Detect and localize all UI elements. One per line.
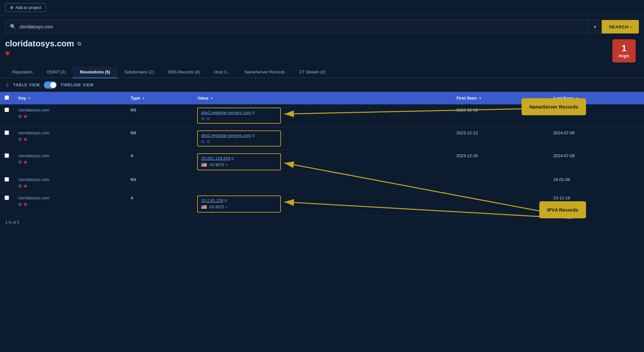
row-checkbox-cell (0, 192, 14, 216)
settings-icon[interactable]: ✱ (5, 50, 81, 57)
key-cell: cloridatosys.com⧉✱ (14, 104, 126, 127)
search-bar-row: 🔍 ▼ SEARCH › (0, 15, 644, 37)
value-cell (193, 174, 452, 192)
row-checkbox[interactable] (5, 153, 9, 158)
tab-nameserver-records[interactable]: NameServer Records (237, 66, 292, 78)
value-link[interactable]: dns1.registrar-servers.com (201, 133, 251, 138)
type-cell: A (126, 192, 193, 216)
value-sub-icon[interactable]: ⊙ (207, 139, 210, 144)
filter-icon-first-seen[interactable]: ▼ (478, 96, 482, 100)
tab-ct-stream--0-[interactable]: CT Stream (0) (292, 66, 332, 78)
col-header-type[interactable]: Type▼ (126, 92, 193, 104)
download-icon[interactable]: ⇩ (5, 82, 9, 88)
key-cell: cloridatosys.com⧉✱ (14, 192, 126, 216)
tab-host-c---[interactable]: Host C... (207, 66, 238, 78)
as-icon[interactable]: ▪ (226, 205, 227, 209)
domain-header: cloridatosys.com ⧉ ✱ 1 High (0, 37, 644, 63)
value-cell: dns2.registrar-servers.com ⧉⊙⊙ (193, 104, 452, 127)
bookmark-icon[interactable]: ⧉ (18, 183, 22, 189)
plus-icon: ⊕ (10, 5, 14, 10)
nameserver-annotation-box: NameServer Records (522, 98, 586, 115)
type-cell: A (126, 150, 193, 174)
table-view-label: TABLE VIEW (13, 83, 40, 87)
bookmark-icon[interactable]: ⧉ (18, 202, 22, 207)
settings-icon[interactable]: ✱ (24, 184, 27, 189)
value-link[interactable]: 20.2.81.229 (201, 198, 223, 203)
first-seen-cell (452, 192, 549, 216)
value-sub-icon[interactable]: ⊙ (201, 116, 205, 121)
value-cell: 20.2.81.229 ⧉🇺🇸AS 8075 ▪ (193, 192, 452, 216)
bookmark-icon[interactable]: ⧉ (18, 137, 22, 142)
type-label: NX (130, 177, 136, 182)
settings-icon[interactable]: ✱ (24, 202, 27, 207)
domain-title: cloridatosys.com ⧉ (5, 39, 81, 49)
search-button[interactable]: SEARCH › (602, 20, 639, 33)
as-text: AS 8075 (209, 205, 224, 209)
table-row: cloridatosys.com⧉✱NSdns1.registrar-serve… (0, 127, 644, 150)
value-sub-icon[interactable]: ⊙ (207, 116, 210, 121)
key-cell: cloridatosys.com⧉✱ (14, 127, 126, 150)
type-cell: NS (126, 104, 193, 127)
copy-value-icon[interactable]: ⧉ (223, 198, 227, 203)
tab-reputation[interactable]: Reputation (5, 66, 40, 78)
type-cell: NX (126, 174, 193, 192)
tabs-row: ReputationOSINT (2)Resolutions (5)Subdom… (0, 66, 644, 78)
key-link[interactable]: cloridatosys.com (18, 153, 122, 158)
key-link[interactable]: cloridatosys.com (18, 195, 122, 200)
type-label: A (130, 153, 133, 158)
copy-domain-icon[interactable]: ⧉ (77, 41, 81, 47)
row-checkbox[interactable] (5, 108, 9, 112)
filter-icon-key[interactable]: ▼ (28, 96, 31, 100)
row-checkbox-cell (0, 127, 14, 150)
search-input[interactable] (19, 24, 583, 29)
timeline-view-label: TIMELINE VIEW (61, 83, 94, 87)
as-icon[interactable]: ▪ (226, 163, 227, 167)
first-seen-cell: 2023-12-20 (452, 150, 549, 174)
row-checkbox[interactable] (5, 195, 9, 200)
key-link[interactable]: cloridatosys.com (18, 130, 122, 135)
type-cell: NS (126, 127, 193, 150)
risk-label: High (619, 53, 630, 58)
bookmark-icon[interactable]: ⧉ (18, 159, 22, 165)
row-checkbox-cell (0, 104, 14, 127)
tab-resolutions--5-[interactable]: Resolutions (5) (73, 66, 117, 78)
settings-icon[interactable]: ✱ (24, 137, 27, 142)
filter-icon-type[interactable]: ▼ (142, 96, 145, 100)
first-seen-cell (452, 174, 549, 192)
table-wrapper: Key▼Type▼Value▼First Seen▼Last Seen▼ clo… (0, 92, 644, 216)
row-checkbox[interactable] (5, 177, 9, 182)
select-all-checkbox[interactable] (5, 95, 9, 100)
domain-title-group: cloridatosys.com ⧉ ✱ (5, 39, 81, 57)
tab-subdomains--2-[interactable]: Subdomains (2) (117, 66, 161, 78)
settings-icon[interactable]: ✱ (24, 114, 27, 119)
col-header-value[interactable]: Value▼ (193, 92, 452, 104)
copy-value-icon[interactable]: ⧉ (230, 156, 234, 161)
add-to-project-button[interactable]: ⊕ Add to project (5, 3, 46, 12)
key-link[interactable]: cloridatosys.com (18, 108, 122, 112)
view-toggle-switch[interactable] (44, 81, 57, 89)
pagination-label: 1-5 of 5 (5, 220, 19, 225)
table-row: cloridatosys.com⧉✱NX24-01-06 (0, 174, 644, 192)
toggle-knob (50, 82, 56, 88)
filter-icon-value[interactable]: ▼ (210, 96, 214, 100)
settings-icon[interactable]: ✱ (24, 160, 27, 165)
tab-osint--2-[interactable]: OSINT (2) (40, 66, 73, 78)
col-header-key[interactable]: Key▼ (14, 92, 126, 104)
value-link[interactable]: dns2.registrar-servers.com (201, 110, 251, 115)
copy-value-icon[interactable]: ⧉ (251, 110, 255, 115)
select-all-header[interactable] (0, 92, 14, 104)
copy-value-icon[interactable]: ⧉ (251, 133, 255, 138)
value-link[interactable]: 20.201.119.204 (201, 156, 230, 161)
top-bar: ⊕ Add to project (0, 0, 644, 15)
bookmark-icon[interactable]: ⧉ (18, 114, 22, 119)
last-seen-cell: 2024-07-08 (549, 127, 644, 150)
last-seen-cell: 2024-07-08 (549, 150, 644, 174)
risk-badge: 1 High (612, 39, 636, 62)
value-cell: 20.201.119.204 ⧉🇺🇸AS 8075 ▪ (193, 150, 452, 174)
tab-dns-records--8-[interactable]: DNS Records (8) (161, 66, 207, 78)
first-seen-cell: 2023-12-12 (452, 127, 549, 150)
row-checkbox[interactable] (5, 130, 9, 135)
value-sub-icon[interactable]: ⊙ (201, 139, 205, 144)
key-link[interactable]: cloridatosys.com (18, 177, 122, 182)
filter-icon-button[interactable]: ▼ (588, 20, 602, 33)
